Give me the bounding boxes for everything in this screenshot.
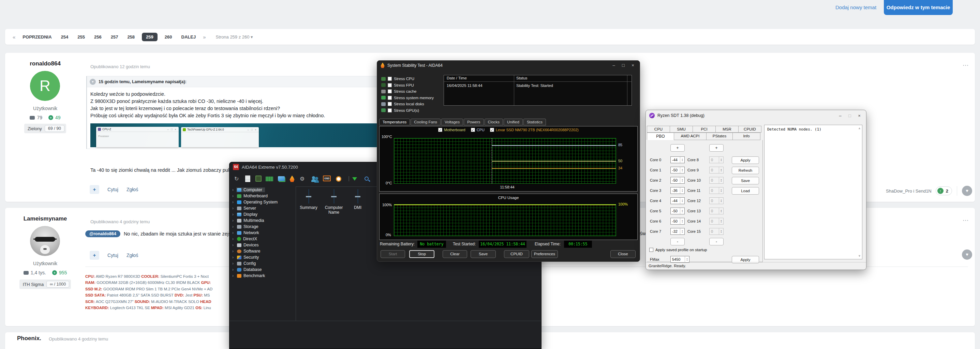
save-button[interactable]: Save <box>732 177 759 184</box>
quote-citation[interactable]: 15 godzin temu, Lameismyname napisał(a): <box>99 79 186 84</box>
sidebar-item-devices[interactable]: ›Devices <box>229 242 296 248</box>
tab-voltages[interactable]: Voltages <box>441 119 463 125</box>
refresh-icon[interactable]: ↻ <box>234 176 239 182</box>
page-info-dropdown[interactable]: Strona 259 z 260 ▾ <box>215 35 253 40</box>
like-button[interactable]: ♥ <box>962 249 972 260</box>
sidebar-item-motherboard[interactable]: ›Motherboard <box>229 193 296 199</box>
tab-cpuid[interactable]: CPUID <box>738 126 761 133</box>
tab-cooling-fans[interactable]: Cooling Fans <box>410 119 441 125</box>
page-link[interactable]: 254 <box>59 33 71 41</box>
decrease-all-left-button[interactable]: - <box>670 238 685 245</box>
chevron-right-icon[interactable]: › <box>232 243 236 247</box>
legend-ssd[interactable]: ✓Lexar SSD NM790 2TB (NEX664R002088P2202… <box>490 128 579 132</box>
sidebar-item-os[interactable]: ›Operating System <box>229 199 296 205</box>
reacted-by[interactable]: ShaDow_Pro i Send1N <box>886 189 932 194</box>
chevron-right-icon[interactable]: › <box>232 212 236 217</box>
last-page-icon[interactable]: » <box>203 34 205 40</box>
chevron-right-icon[interactable]: › <box>232 224 236 229</box>
sidebar-item-network[interactable]: ›Network <box>229 230 296 236</box>
sidebar-item-directx[interactable]: ›DirectX <box>229 236 296 242</box>
scrollbar[interactable] <box>627 75 627 105</box>
load-button[interactable]: Load <box>732 187 759 195</box>
multiquote-button[interactable]: + <box>90 251 99 260</box>
prev-page-button[interactable]: POPRZEDNIA <box>21 33 54 41</box>
chevron-right-icon[interactable]: › <box>232 255 236 260</box>
gpu-icon[interactable] <box>278 176 285 181</box>
post-options-icon[interactable]: ⋯ <box>963 62 969 69</box>
tab-info[interactable]: Info <box>732 133 760 140</box>
log-column-status[interactable]: Status <box>516 76 528 80</box>
avatar[interactable] <box>30 226 60 256</box>
stop-button[interactable]: Stop <box>409 250 434 258</box>
sst-titlebar[interactable]: System Stability Test - AIDA64 – □ × <box>377 61 640 70</box>
cpuid-button[interactable]: CPUID <box>504 250 529 258</box>
tab-clocks[interactable]: Clocks <box>485 119 503 125</box>
checkbox[interactable]: ✓ <box>388 83 392 87</box>
tab-pbo[interactable]: PBO <box>647 133 674 140</box>
core2-offset-spinner[interactable]: -50▴▾ <box>670 177 685 184</box>
panel-item-dmi[interactable]: DMI <box>347 189 369 210</box>
close-button[interactable]: × <box>856 113 863 118</box>
sidebar-item-database[interactable]: ›Database <box>229 267 296 273</box>
tab-pci[interactable]: PCI <box>692 126 716 133</box>
sidebar-item-display[interactable]: ›Display <box>229 211 296 217</box>
core3-offset-spinner[interactable]: -36▴▾ <box>670 187 685 194</box>
tab-pstates[interactable]: PStates <box>706 133 733 140</box>
report-button[interactable]: Zgłoś <box>127 187 138 192</box>
checkbox[interactable]: ✓ <box>388 108 392 113</box>
core5-offset-spinner[interactable]: -50▴▾ <box>670 208 685 214</box>
checkbox[interactable]: ✓ <box>471 128 475 132</box>
chevron-right-icon[interactable]: › <box>232 200 236 205</box>
sdt-titlebar[interactable]: Ryzen SDT 1.38 (debug) – □ × <box>646 110 866 121</box>
minimize-button[interactable]: – <box>837 113 843 118</box>
scroll-down-icon[interactable]: ▼ <box>858 254 861 258</box>
tab-amd-acpi[interactable]: AMD ACPI <box>674 133 706 140</box>
tab-unified[interactable]: Unified <box>504 119 523 125</box>
preferences-button[interactable]: Preferences <box>531 250 558 258</box>
settings-gear-icon[interactable]: ⚙ <box>300 176 304 182</box>
mention-pill[interactable]: @ronaldo864 <box>85 230 120 237</box>
stability-test-icon[interactable] <box>290 176 294 182</box>
chevron-right-icon[interactable]: › <box>232 187 236 192</box>
page-link-active[interactable]: 259 <box>142 33 158 41</box>
checkbox[interactable]: ✓ <box>490 128 494 132</box>
stress-fpu-option[interactable]: ✓Stress FPU <box>381 82 434 89</box>
stress-disks-option[interactable]: ✓Stress local disks <box>381 101 434 107</box>
page-link[interactable]: 256 <box>92 33 103 41</box>
core0-offset-spinner[interactable]: -44▴▾ <box>670 156 685 163</box>
chevron-right-icon[interactable]: › <box>232 206 236 211</box>
osd-icon[interactable]: OSD <box>323 176 331 181</box>
increase-all-right-button[interactable]: + <box>709 144 724 152</box>
stress-memory-option[interactable]: ✓Stress system memory <box>381 95 434 101</box>
chevron-right-icon[interactable]: › <box>232 236 236 241</box>
quote-button[interactable]: Cytuj <box>107 252 118 258</box>
tab-temperatures[interactable]: Temperatures <box>379 119 410 125</box>
chevron-right-icon[interactable]: › <box>232 261 236 266</box>
stress-cache-option[interactable]: ✓Stress cache <box>381 88 434 95</box>
checkbox[interactable]: ✓ <box>388 102 392 106</box>
sidebar-item-software[interactable]: ›Software <box>229 248 296 254</box>
page-link[interactable]: 255 <box>75 33 87 41</box>
save-button[interactable]: Save <box>471 250 496 258</box>
sidebar-item-benchmark[interactable]: ›Benchmark <box>229 273 296 279</box>
reply-button[interactable]: Odpowiedz w tym temacie <box>884 0 953 15</box>
search-icon[interactable] <box>364 176 369 181</box>
core4-offset-spinner[interactable]: -44▴▾ <box>670 197 685 204</box>
tab-cpu[interactable]: CPU <box>647 126 670 133</box>
tab-smu[interactable]: SMU <box>670 126 693 133</box>
post-author[interactable]: Lameismyname <box>5 216 85 222</box>
clear-button[interactable]: Clear <box>442 250 467 258</box>
update-download-icon[interactable] <box>352 176 357 183</box>
core6-offset-spinner[interactable]: -50▴▾ <box>670 218 685 225</box>
stress-gpu-option[interactable]: ✓Stress GPU(s) <box>381 107 434 114</box>
sidebar-item-computer[interactable]: ›Computer <box>229 187 296 193</box>
maximize-button[interactable]: □ <box>620 63 627 68</box>
post-author[interactable]: ronaldo864 <box>5 60 85 67</box>
first-page-icon[interactable]: « <box>13 34 15 40</box>
stress-cpu-option[interactable]: ✓Stress CPU <box>381 76 434 82</box>
next-page-button[interactable]: DALEJ <box>179 33 198 41</box>
chevron-right-icon[interactable]: › <box>232 218 236 223</box>
fmax-spinner[interactable]: 5450▴▾ <box>670 256 689 263</box>
page-link[interactable]: 258 <box>125 33 137 41</box>
like-button[interactable]: ♥ <box>962 186 972 196</box>
